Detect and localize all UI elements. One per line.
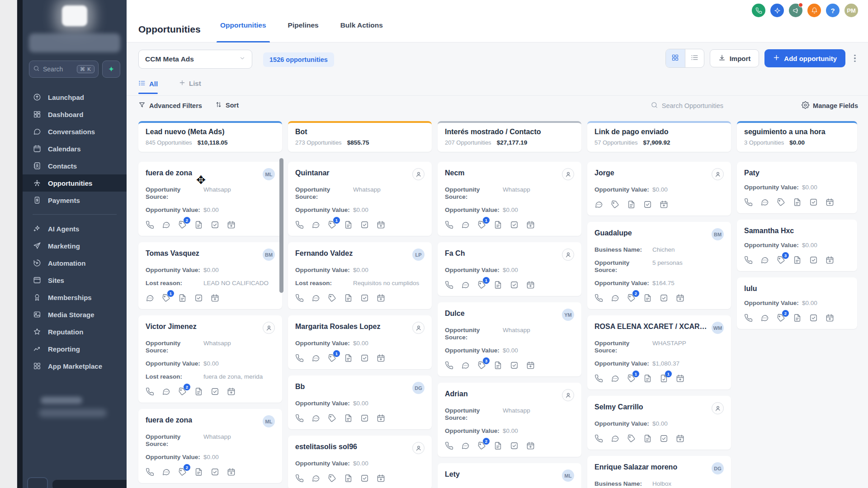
opportunity-card[interactable]: fuera de zonaML Opportunity Source: What… — [138, 162, 282, 236]
opportunity-card[interactable]: Fernando ValdezLP Opportunity Value: $0.… — [288, 242, 432, 309]
cal-icon[interactable] — [227, 468, 236, 476]
doc-icon[interactable] — [643, 294, 652, 302]
sidebar-item-reputation[interactable]: Reputation — [23, 323, 127, 340]
search-opportunities-input[interactable]: Search Opportunities — [651, 101, 723, 110]
opportunity-card[interactable]: Adrian Opportunity Source: Whatsapp Oppo… — [438, 383, 581, 457]
opportunity-card[interactable]: LetyML Opportunity Source: Whatsapp Oppo… — [438, 463, 581, 488]
doc-icon[interactable] — [194, 221, 203, 229]
advanced-filters-button[interactable]: Advanced Filters — [138, 101, 202, 110]
check-icon[interactable] — [360, 474, 369, 483]
avatar[interactable]: DG — [412, 382, 425, 394]
tag-icon[interactable] — [611, 200, 619, 209]
cal-icon[interactable] — [526, 361, 535, 370]
tag-icon[interactable] — [328, 414, 336, 422]
check-icon[interactable] — [510, 441, 519, 450]
check-icon[interactable] — [809, 198, 818, 206]
phone-icon[interactable] — [295, 474, 304, 483]
chat-icon[interactable] — [461, 221, 470, 229]
cal-icon[interactable] — [526, 281, 535, 289]
cal-icon[interactable] — [377, 354, 385, 362]
cal-icon[interactable] — [526, 441, 535, 450]
sort-button[interactable]: Sort — [215, 101, 239, 109]
cal-icon[interactable] — [377, 221, 385, 229]
phone-icon[interactable] — [744, 256, 753, 264]
opportunity-card[interactable]: fuera de zonaML Opportunity Source: What… — [138, 409, 282, 483]
check-icon[interactable] — [194, 294, 203, 302]
tag-icon[interactable]: 1 — [627, 374, 636, 383]
cal-icon[interactable] — [826, 256, 834, 264]
doc-icon[interactable] — [178, 294, 187, 302]
opportunity-card[interactable]: estelitasolis sol96 Opportunity Value: $… — [288, 436, 432, 488]
check-icon[interactable] — [360, 221, 369, 229]
phone-icon[interactable] — [445, 441, 453, 450]
tab-opportunities[interactable]: Opportunities — [219, 21, 267, 42]
doc-icon[interactable] — [793, 256, 802, 264]
opportunity-card[interactable]: BbDG Opportunity Value: $0.00 — [288, 375, 432, 429]
chat-icon[interactable] — [311, 354, 320, 362]
cal-icon[interactable] — [676, 374, 684, 383]
chat-icon[interactable] — [461, 441, 470, 450]
opportunity-card[interactable]: Samantha Hxc Opportunity Value: $0.00 3 — [737, 220, 857, 271]
tag-icon[interactable]: 2 — [627, 294, 636, 302]
check-icon[interactable] — [360, 354, 369, 362]
tag-icon[interactable]: 1 — [328, 354, 336, 362]
sidebar-item-media-storage[interactable]: Media Storage — [23, 306, 127, 323]
column-header[interactable]: seguimiento a una hora 3 Opportunities $… — [737, 121, 857, 152]
tag-icon[interactable]: 2 — [477, 441, 486, 450]
opportunity-card[interactable]: lulu Opportunity Value: $0.00 2 — [737, 277, 857, 329]
sidebar-item-memberships[interactable]: Memberships — [23, 289, 127, 306]
doc-icon[interactable] — [643, 434, 652, 443]
phone-icon[interactable] — [146, 387, 154, 396]
account-switcher-blurred[interactable] — [29, 33, 120, 52]
sidebar-item-ai-agents[interactable]: AI Agents — [23, 220, 127, 237]
opportunity-card[interactable]: Enrique Salazar morenoDG Business Name: … — [587, 456, 731, 488]
avatar[interactable]: ML — [263, 168, 275, 180]
tab-pipelines[interactable]: Pipelines — [287, 21, 320, 42]
phone-icon[interactable] — [295, 354, 304, 362]
check-icon[interactable] — [510, 361, 519, 370]
quick-actions-button[interactable]: ✦ — [102, 61, 120, 78]
doc-icon[interactable] — [194, 468, 203, 476]
cal-icon[interactable] — [526, 221, 535, 229]
doc-icon[interactable] — [194, 387, 203, 396]
avatar[interactable]: ML — [562, 469, 574, 482]
doc-icon[interactable] — [627, 200, 636, 209]
doc-icon[interactable] — [793, 198, 802, 206]
chat-icon[interactable] — [611, 374, 619, 383]
chat-icon[interactable] — [594, 200, 603, 209]
opportunity-card[interactable]: Paty Opportunity Value: $0.00 — [737, 162, 857, 213]
sidebar-item-automation[interactable]: Automation — [23, 254, 127, 272]
sidebar-item-reporting[interactable]: Reporting — [23, 340, 127, 357]
column-header[interactable]: Link de pago enviado 57 Opportunities $7… — [587, 121, 731, 152]
manage-fields-button[interactable]: Manage Fields — [802, 101, 858, 110]
person-icon[interactable] — [412, 322, 425, 334]
person-icon[interactable] — [562, 389, 574, 401]
help-icon[interactable]: ? — [826, 4, 840, 17]
cal-icon[interactable] — [227, 221, 236, 229]
phone-icon[interactable] — [594, 294, 603, 302]
phone-icon[interactable] — [752, 4, 765, 17]
opportunity-card[interactable]: Fa Ch Opportunity Value: $0.00 1 — [438, 242, 581, 296]
doc-icon[interactable] — [643, 374, 652, 383]
tag-icon[interactable] — [627, 434, 636, 443]
chat-icon[interactable] — [162, 468, 170, 476]
person-icon[interactable] — [412, 168, 425, 180]
cal-icon[interactable] — [676, 294, 684, 302]
phone-icon[interactable] — [146, 468, 154, 476]
sidebar-item-contacts[interactable]: Contacts — [23, 157, 127, 174]
chat-icon[interactable] — [461, 361, 470, 370]
tag-icon[interactable] — [328, 294, 336, 302]
opportunity-card[interactable]: ROSA ELENA XCARET / XCARE...WM Opportuni… — [587, 315, 731, 389]
sidebar-item-marketing[interactable]: Marketing — [23, 237, 127, 254]
sidebar-search-input[interactable]: Search ⌘ K — [29, 61, 99, 78]
column-header[interactable]: Lead nuevo (Meta Ads) 845 Opportunities … — [138, 121, 282, 152]
tag-icon[interactable]: 2 — [777, 314, 785, 322]
sidebar-item-sites[interactable]: Sites — [23, 272, 127, 289]
column-header[interactable]: Interés mostrado / Contacto 207 Opportun… — [438, 121, 581, 152]
cal-icon[interactable] — [377, 414, 385, 422]
tag-icon[interactable]: 3 — [477, 361, 486, 370]
column-header[interactable]: Bot 273 Opportunities $855.75 — [288, 121, 432, 152]
tag-icon[interactable]: 1 — [162, 294, 170, 302]
check-icon[interactable] — [211, 387, 219, 396]
cal-icon[interactable] — [676, 434, 684, 443]
